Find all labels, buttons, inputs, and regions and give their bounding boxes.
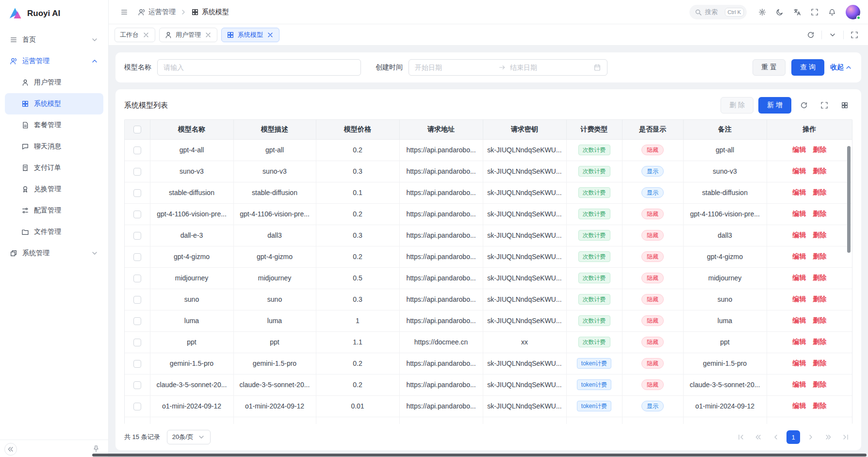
delete-link[interactable]: 删除: [813, 231, 826, 239]
fullscreen-button[interactable]: [807, 4, 822, 20]
edit-link[interactable]: 编辑: [792, 146, 806, 153]
first-page-button[interactable]: [734, 430, 748, 444]
row-checkbox[interactable]: [133, 232, 141, 240]
collapse-filter-link[interactable]: 收起: [830, 63, 852, 72]
delete-link[interactable]: 删除: [813, 274, 826, 281]
delete-link[interactable]: 删除: [813, 146, 826, 153]
delete-link[interactable]: 删除: [813, 188, 826, 196]
sidebar-item-home[interactable]: 首页: [5, 29, 103, 50]
global-search[interactable]: 搜索 Ctrl K: [689, 5, 747, 19]
sidebar-item-redeem-management[interactable]: 兑换管理: [5, 179, 103, 200]
notifications-button[interactable]: [824, 4, 840, 20]
last-page-button[interactable]: [839, 430, 852, 444]
row-checkbox[interactable]: [133, 147, 141, 154]
sidebar-item-system[interactable]: 系统管理: [5, 243, 103, 264]
back-5-pages-button[interactable]: [752, 430, 765, 444]
pin-icon[interactable]: [92, 445, 100, 453]
delete-link[interactable]: 删除: [813, 402, 826, 409]
edit-link[interactable]: 编辑: [792, 252, 806, 260]
close-icon[interactable]: [142, 31, 150, 39]
sidebar-item-chat-messages[interactable]: 聊天消息: [5, 136, 103, 157]
table-vertical-scrollbar[interactable]: [847, 146, 851, 253]
page-number-button[interactable]: 1: [786, 430, 800, 444]
edit-link[interactable]: 编辑: [792, 402, 806, 409]
close-icon[interactable]: [266, 31, 274, 39]
row-checkbox[interactable]: [133, 403, 141, 410]
edit-link[interactable]: 编辑: [792, 231, 806, 239]
edit-link[interactable]: 编辑: [792, 380, 806, 388]
table-fullscreen-button[interactable]: [817, 98, 832, 113]
cell-price: 0.5: [316, 267, 399, 289]
page-size-select[interactable]: 20条/页: [167, 430, 211, 444]
edit-link[interactable]: 编辑: [792, 338, 806, 345]
delete-link[interactable]: 删除: [813, 295, 826, 303]
sidebar-item-system-model[interactable]: 系统模型: [5, 93, 103, 114]
sidebar-item-user-management[interactable]: 用户管理: [5, 72, 103, 93]
reset-button[interactable]: 重 置: [753, 59, 786, 76]
delete-link[interactable]: 删除: [813, 380, 826, 388]
forward-5-pages-button[interactable]: [821, 430, 835, 444]
sidebar-item-operations[interactable]: 运营管理: [5, 50, 103, 72]
theme-toggle-button[interactable]: [772, 4, 787, 20]
edit-link[interactable]: 编辑: [792, 210, 806, 217]
breadcrumb: 运营管理 系统模型: [138, 8, 229, 16]
row-checkbox[interactable]: [133, 339, 141, 346]
content-fullscreen-button[interactable]: [847, 27, 862, 43]
close-icon[interactable]: [204, 31, 212, 39]
column-settings-button[interactable]: [837, 98, 852, 113]
edit-link[interactable]: 编辑: [792, 295, 806, 303]
search-icon: [694, 8, 702, 16]
row-checkbox[interactable]: [133, 275, 141, 282]
model-name-input[interactable]: [157, 59, 361, 76]
delete-link[interactable]: 删除: [813, 167, 826, 175]
row-checkbox[interactable]: [133, 381, 141, 389]
end-date-input[interactable]: [510, 64, 590, 71]
row-checkbox[interactable]: [133, 168, 141, 176]
tab-system-model[interactable]: 系统模型: [221, 28, 279, 42]
app-logo[interactable]: Ruoyi AI: [0, 0, 108, 27]
delete-link[interactable]: 删除: [813, 359, 826, 367]
bell-icon: [828, 8, 836, 16]
sidebar-menu: 首页 运营管理 用户管理系统模型套餐管理聊天消息支付订单兑换管理配置管理文件管理…: [0, 27, 108, 440]
edit-link[interactable]: 编辑: [792, 188, 806, 196]
breadcrumb-operations[interactable]: 运营管理: [138, 8, 176, 16]
breadcrumb-system-model[interactable]: 系统模型: [191, 8, 229, 16]
start-date-input[interactable]: [415, 64, 494, 71]
query-button[interactable]: 查 询: [791, 59, 824, 76]
tab-menu-button[interactable]: [825, 27, 840, 43]
delete-link[interactable]: 删除: [813, 252, 826, 260]
row-checkbox[interactable]: [133, 211, 141, 218]
delete-selected-button[interactable]: 删 除: [721, 97, 753, 114]
row-checkbox[interactable]: [133, 317, 141, 325]
edit-link[interactable]: 编辑: [792, 316, 806, 324]
next-page-button[interactable]: [804, 430, 818, 444]
refresh-table-button[interactable]: [796, 98, 812, 113]
refresh-tab-button[interactable]: [803, 27, 819, 43]
row-checkbox[interactable]: [133, 253, 141, 261]
edit-link[interactable]: 编辑: [792, 167, 806, 175]
sidebar-collapse-button[interactable]: [4, 443, 17, 456]
delete-link[interactable]: 删除: [813, 338, 826, 345]
sidebar-item-config-management[interactable]: 配置管理: [5, 200, 103, 221]
row-checkbox[interactable]: [133, 189, 141, 197]
prev-page-button[interactable]: [769, 430, 783, 444]
create-time-range-picker[interactable]: [409, 59, 607, 76]
row-checkbox[interactable]: [133, 360, 141, 368]
select-all-checkbox[interactable]: [133, 126, 141, 133]
delete-link[interactable]: 删除: [813, 316, 826, 324]
sidebar-item-payment-orders[interactable]: 支付订单: [5, 157, 103, 179]
edit-link[interactable]: 编辑: [792, 359, 806, 367]
tab-user-management[interactable]: 用户管理: [159, 28, 217, 42]
add-button[interactable]: 新 增: [758, 97, 791, 114]
delete-link[interactable]: 删除: [813, 210, 826, 217]
language-button[interactable]: [789, 4, 805, 20]
row-checkbox[interactable]: [133, 296, 141, 304]
settings-button[interactable]: [754, 4, 770, 20]
tab-workbench[interactable]: 工作台: [115, 28, 155, 42]
sidebar-item-file-management[interactable]: 文件管理: [5, 221, 103, 243]
edit-link[interactable]: 编辑: [792, 274, 806, 281]
user-avatar[interactable]: [846, 5, 860, 19]
sidebar-toggle-button[interactable]: [116, 4, 132, 20]
sidebar-item-package-management[interactable]: 套餐管理: [5, 114, 103, 136]
page-horizontal-scrollbar[interactable]: [92, 454, 867, 457]
